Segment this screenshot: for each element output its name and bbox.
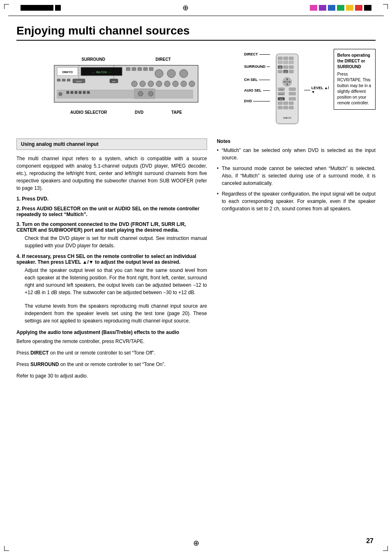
receiver-diagram-area: SURROUND DIRECT ONKYO -- MULTICH -- (16, 49, 236, 131)
svg-point-10 (155, 69, 163, 78)
svg-rect-7 (138, 67, 142, 71)
svg-text:-- MULTICH --: -- MULTICH -- (92, 71, 111, 74)
label-line-direct (259, 54, 270, 55)
svg-point-25 (173, 81, 178, 87)
right-column: Notes “Multich” can be selected only whe… (217, 138, 376, 384)
color-bar-purple (319, 5, 326, 11)
svg-rect-8 (143, 67, 148, 71)
note-2: The surround mode cannot be selected whe… (217, 165, 376, 187)
corner-tl (4, 4, 9, 9)
svg-rect-75 (284, 106, 288, 109)
page-number: 27 (366, 537, 374, 545)
svg-rect-71 (278, 102, 282, 105)
svg-point-12 (180, 69, 188, 78)
color-bar-yellow (346, 5, 353, 11)
top-bar: ⊕ (8, 0, 384, 16)
label-dvd: DVD (135, 110, 143, 115)
svg-rect-5 (126, 67, 130, 71)
svg-point-61 (286, 81, 288, 83)
svg-rect-42 (278, 57, 282, 60)
svg-rect-67 (289, 92, 295, 95)
color-bar-blue (328, 5, 335, 11)
label-direct: DIRECT (156, 57, 171, 62)
step-2-title: 2. Press AUDIO SELECTOR on the unit or A… (16, 206, 207, 217)
corner-br (383, 546, 388, 551)
remote-with-labels: DIRECT SURROUND CH SEL AUIO SEL (244, 49, 330, 131)
svg-text:AUDIO: AUDIO (76, 81, 82, 83)
label-audio-selector: AUDIO SELECTOR (70, 110, 107, 115)
top-bar-left (21, 5, 61, 11)
analog-intro: The multi channel input refers to a syst… (16, 155, 207, 192)
step-3-title: 3. Turn on the component connected to th… (16, 221, 207, 233)
bottom-circle: ⊕ (193, 539, 199, 548)
notes-title: Notes (217, 138, 376, 144)
svg-rect-74 (278, 106, 282, 109)
remote-svg: DIR SRR (272, 49, 302, 131)
color-bar-pink (310, 5, 317, 11)
step-2: 2. Press AUDIO SELECTOR on the unit or A… (16, 206, 207, 217)
svg-rect-30 (67, 91, 69, 94)
svg-point-20 (131, 81, 137, 87)
svg-text:CH SEL: CH SEL (279, 89, 283, 91)
top-labels: SURROUND DIRECT (56, 57, 196, 62)
top-bar-circle: ⊕ (182, 3, 189, 12)
diagram-section: SURROUND DIRECT ONKYO -- MULTICH -- (16, 49, 376, 131)
remote-label-direct: DIRECT (244, 52, 270, 56)
receiver-svg: ONKYO -- MULTICH -- (52, 63, 200, 108)
svg-text:DVD: DVD (112, 81, 116, 83)
color-bar-black (364, 5, 371, 11)
svg-rect-43 (284, 57, 288, 60)
before-operating-body: Press RCVR/TAPE. This button may be in a… (337, 71, 372, 106)
applying-line4: Refer to page 30 to adjust audio. (16, 372, 207, 380)
applying-line2: Press DIRECT on the unit or remote contr… (16, 349, 207, 357)
svg-point-11 (167, 69, 175, 78)
corner-bl (4, 546, 9, 551)
remote-label-auiosel: AUIO SEL (244, 88, 270, 92)
before-operating-box: Before operating the DIRECT or SURROUND … (334, 49, 376, 110)
svg-point-22 (148, 81, 154, 87)
svg-rect-70 (289, 97, 295, 100)
svg-point-37 (138, 91, 143, 96)
svg-rect-28 (57, 90, 193, 98)
svg-point-38 (148, 91, 153, 96)
step-4-title: 4. If necessary, press CH SEL on the rem… (16, 253, 207, 265)
svg-point-26 (181, 81, 187, 87)
label-line-level (304, 90, 310, 90)
label-tape: TAPE (171, 110, 182, 115)
svg-rect-73 (289, 102, 293, 105)
step-4: 4. If necessary, press CH SEL on the rem… (16, 253, 207, 325)
corner-tr (383, 4, 388, 9)
right-diagram-area: DIRECT SURROUND CH SEL AUIO SEL (244, 49, 376, 131)
page-title: Enjoying multi channel sources (16, 24, 376, 41)
svg-text:ONKYO: ONKYO (62, 71, 73, 74)
applying-line3: Press SURROUND on the unit or remote con… (16, 361, 207, 368)
svg-text:AUD SEL: AUD SEL (279, 94, 284, 95)
svg-rect-44 (289, 57, 293, 60)
remote-and-box: DIRECT SURROUND CH SEL AUIO SEL (244, 49, 376, 131)
svg-rect-51 (289, 66, 293, 69)
applying-surround-bold: SURROUND (30, 362, 59, 367)
color-bar-red (355, 5, 362, 11)
svg-rect-13 (57, 79, 60, 81)
before-operating-title: Before operating the DIRECT or SURROUND (337, 53, 372, 70)
svg-rect-50 (284, 66, 288, 69)
applying-direct-bold: DIRECT (30, 350, 49, 356)
svg-rect-9 (149, 67, 153, 71)
step-1: 1. Press DVD. (16, 196, 207, 202)
black-rect-sm (55, 5, 61, 11)
remote-label-surround: SURROUND (244, 64, 270, 69)
svg-rect-47 (289, 61, 293, 64)
main-content: Using analog multi channel input The mul… (16, 138, 376, 384)
svg-rect-14 (62, 79, 65, 81)
label-surround: SURROUND (81, 57, 105, 62)
label-line-chsel (259, 80, 270, 80)
label-line-surround (267, 67, 270, 67)
svg-text:DIR: DIR (279, 67, 281, 69)
svg-rect-6 (132, 67, 136, 71)
color-bar-green (337, 5, 344, 11)
black-rect-left (21, 5, 53, 11)
svg-text:SRR: SRR (284, 71, 287, 73)
remote-label-chsel: CH SEL (244, 78, 270, 82)
remote-label-level: LEVEL ▲/▼ (304, 49, 330, 94)
label-line-dvd (253, 101, 270, 101)
